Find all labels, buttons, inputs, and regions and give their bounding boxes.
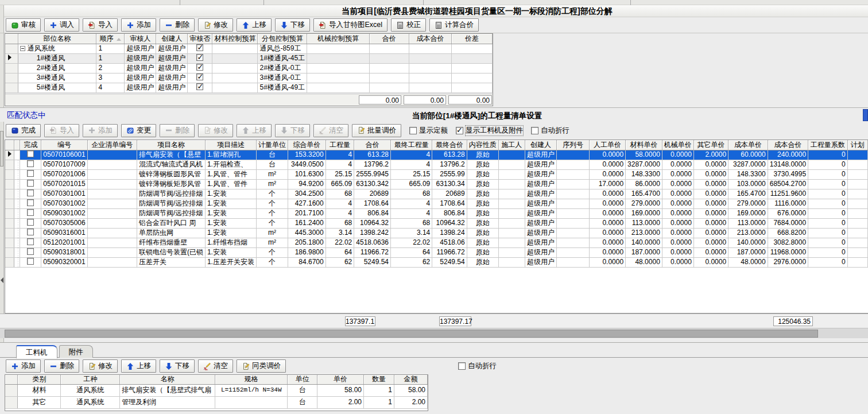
col-name[interactable]: 名称	[120, 375, 215, 384]
done-checkbox[interactable]	[27, 160, 34, 167]
calc-total-price-button[interactable]: 计算合价	[429, 18, 479, 32]
col-material-budget[interactable]: 材料控制预算	[212, 34, 258, 44]
checkbox-icon[interactable]	[456, 127, 463, 134]
boq-row[interactable]: 05070301002 防烟调节阀/远控排烟 1.安装 个 427.1600 4…	[5, 199, 868, 208]
col-quantity[interactable]: 工程量	[326, 140, 354, 150]
add-resource-button[interactable]: 添加	[6, 359, 41, 373]
col-creator[interactable]: 创建人	[156, 34, 188, 44]
col-machine-budget[interactable]: 机械控制预算	[307, 34, 369, 44]
section-row[interactable]: 5#楼通风 4 超级用户 超级用户 5#楼通风-49工	[5, 83, 493, 92]
col-qty[interactable]: 数量	[364, 375, 394, 384]
auto-wrap-checkbox[interactable]: 自动折行	[531, 126, 569, 136]
calibrate-button[interactable]: 校正	[391, 18, 426, 32]
col-constructor[interactable]: 施工人	[498, 140, 525, 150]
boq-row[interactable]: 05070301001 防烟调节阀/远控排烟 1.安装 个 304.2500 6…	[5, 189, 868, 199]
move-down-resource-button[interactable]: 下移	[160, 359, 195, 373]
done-checkbox[interactable]	[27, 219, 34, 226]
boq-row[interactable]: 05070106001 排气扇安装（【悬壁 1.留堵洞孔 台 153.3200 …	[5, 150, 868, 160]
done-checkbox[interactable]	[27, 238, 34, 245]
modify-item-button[interactable]: 修改	[198, 124, 233, 137]
checkbox-icon[interactable]	[531, 127, 538, 134]
col-labor-price[interactable]: 人工单价	[589, 140, 625, 150]
auto-wrap-detail-checkbox[interactable]: 自动折行	[458, 361, 497, 371]
delete-section-button[interactable]: 删除	[160, 18, 195, 32]
import-list-button[interactable]: 导入	[44, 124, 79, 137]
col-cost-price[interactable]: 成本单价	[728, 140, 768, 150]
done-checkbox[interactable]	[27, 209, 34, 216]
checkbox-icon[interactable]	[409, 127, 417, 134]
section-row[interactable]: 1#楼通风 1 超级用户 超级用户 1#楼通风-45工	[5, 53, 493, 63]
col-machine-price[interactable]: 机械单价	[662, 140, 693, 150]
col-unit-price[interactable]: 单价	[317, 375, 364, 384]
done-checkbox[interactable]	[27, 258, 34, 265]
col-content-nature[interactable]: 内容性质	[467, 140, 498, 150]
col-unit[interactable]: 计量单位	[256, 140, 288, 150]
boq-row[interactable]: 05090320001 压差开关 1.压差开关安装 个 84.6700 62 5…	[5, 257, 868, 267]
col-enterprise-code[interactable]: 企业清单编号	[87, 140, 137, 150]
col-comp-unit-price[interactable]: 综合单价	[288, 140, 326, 150]
modify-resource-button[interactable]: 修改	[83, 359, 118, 373]
boq-row[interactable]: 05070305006 铝合金百叶风口 周 1.安装 个 161.2400 68…	[5, 218, 868, 228]
done-checkbox[interactable]	[27, 199, 34, 206]
col-item-name[interactable]: 项目名称	[137, 140, 205, 150]
col-trade[interactable]: 工种	[61, 375, 120, 384]
col-other-price[interactable]: 其它单价	[693, 140, 728, 150]
col-material-price[interactable]: 材料单价	[626, 140, 662, 150]
col-qty-factor[interactable]: 工程量系数	[808, 140, 847, 150]
finish-button[interactable]: 完成	[6, 124, 41, 137]
col-cost-total[interactable]: 成本合价	[768, 140, 808, 150]
section-row[interactable]: 3#楼通风 3 超级用户 超级用户 3#楼通风-0工	[5, 73, 493, 83]
import-button[interactable]: 导入	[83, 18, 118, 32]
same-type-price-button[interactable]: 同类调价	[237, 359, 286, 373]
done-checkbox[interactable]	[27, 189, 34, 196]
show-quota-checkbox[interactable]: 显示定额	[409, 126, 448, 136]
col-category[interactable]: 类别	[18, 375, 61, 384]
boq-row[interactable]: 05070201006 镀锌薄钢板圆形风管 1.风管、管件 m² 101.630…	[5, 169, 868, 179]
col-auditor[interactable]: 审核人	[125, 34, 156, 44]
col-serial[interactable]: 序列号	[557, 140, 590, 150]
move-down-item-button[interactable]: 下移	[275, 124, 310, 137]
col-spec[interactable]: 规格	[215, 375, 288, 384]
col-final-total[interactable]: 最终合价	[432, 140, 467, 150]
move-up-item-button[interactable]: 上移	[237, 124, 272, 137]
col-creator[interactable]: 创建人	[525, 140, 557, 150]
modify-section-button[interactable]: 修改	[198, 18, 233, 32]
right-edge-tab[interactable]	[863, 109, 868, 121]
batch-price-button[interactable]: 批量调价	[352, 124, 401, 137]
clear-button[interactable]: 清空	[313, 124, 348, 137]
col-subcontract-budget[interactable]: 分包控制预算	[258, 34, 307, 44]
audited-checkbox[interactable]	[196, 54, 203, 61]
col-code[interactable]: 编号	[41, 140, 87, 150]
col-amount[interactable]: 金额	[394, 375, 427, 384]
resource-row[interactable]: 材料 通风系统 排气扇安装（【悬壁式排气扇 L=1152ml/h N=34W 台…	[5, 384, 428, 396]
audited-checkbox[interactable]	[196, 83, 203, 90]
change-button[interactable]: 变更	[121, 124, 156, 137]
move-down-button[interactable]: 下移	[275, 18, 310, 32]
delete-item-button[interactable]: 删除	[160, 124, 195, 137]
audit-button[interactable]: 审核	[6, 18, 41, 32]
load-in-button[interactable]: 调入	[44, 18, 79, 32]
col-order[interactable]: 顺序	[96, 34, 125, 44]
col-part-name[interactable]: 部位名称	[18, 34, 96, 44]
add-item-button[interactable]: 添加	[83, 124, 118, 137]
scrollbar-thumb[interactable]	[5, 330, 818, 338]
col-done[interactable]: 完成	[20, 140, 41, 150]
done-checkbox[interactable]	[27, 248, 34, 255]
boq-row[interactable]: 05120201001 纤维布挡烟垂壁 1.纤维布挡烟 m² 205.1800 …	[5, 238, 868, 247]
col-res-unit[interactable]: 单位	[288, 375, 317, 384]
move-up-button[interactable]: 上移	[237, 18, 272, 32]
tab-attachments[interactable]: 附件	[59, 345, 93, 358]
move-up-resource-button[interactable]: 上移	[121, 359, 156, 373]
horizontal-scrollbar[interactable]	[0, 328, 868, 338]
boq-row[interactable]: 05070201015 镀锌薄钢板矩形风管 1.风管、管件 m² 94.9200…	[5, 179, 868, 189]
collapse-left-icon[interactable]	[1, 277, 3, 283]
collapse-icon[interactable]	[20, 46, 25, 51]
import-gantt-excel-button[interactable]: 导入甘特图Excel	[313, 18, 388, 32]
section-row[interactable]: 通风系统 1 超级用户 超级用户 通风总-859工	[5, 44, 493, 53]
show-resources-checkbox[interactable]: 显示工料机及附件	[456, 126, 523, 136]
checkbox-icon[interactable]	[458, 362, 466, 370]
tab-resources[interactable]: 工料机	[16, 345, 57, 358]
boq-row[interactable]: 05090316001 单层防虫网 1.安装 m² 445.3000 3.14 …	[5, 228, 868, 238]
done-checkbox[interactable]	[27, 180, 34, 187]
audited-checkbox[interactable]	[196, 64, 203, 71]
